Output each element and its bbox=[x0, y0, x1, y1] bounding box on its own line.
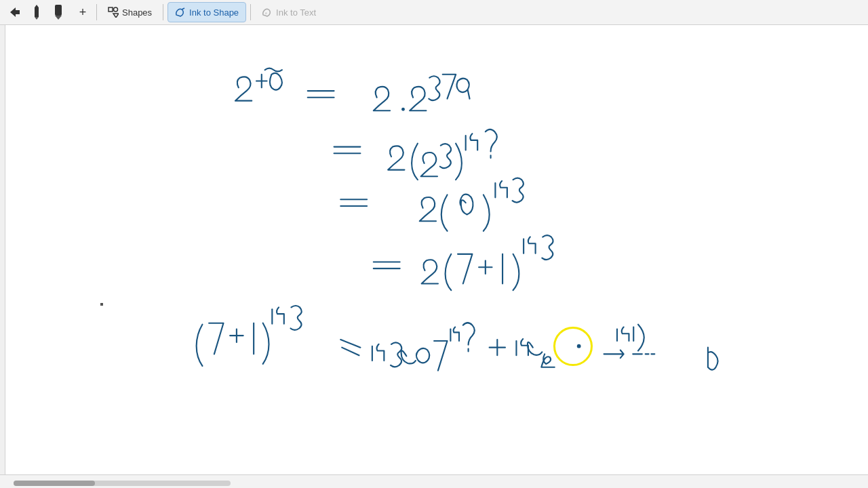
svg-marker-2 bbox=[35, 17, 39, 20]
ink-to-text-button[interactable]: a Ink to Text bbox=[255, 2, 323, 22]
math-content: .math { fill: none; stroke: #1a5580; str… bbox=[5, 25, 868, 474]
svg-point-6 bbox=[114, 7, 118, 12]
svg-marker-4 bbox=[55, 16, 62, 20]
ink-to-shape-icon bbox=[175, 7, 186, 18]
svg-marker-1 bbox=[35, 5, 39, 17]
svg-point-10 bbox=[577, 344, 581, 348]
back-icon[interactable] bbox=[5, 3, 24, 22]
divider-1 bbox=[96, 4, 97, 20]
bottom-scrollbar-bar bbox=[0, 474, 868, 488]
canvas-area[interactable]: .math { fill: none; stroke: #1a5580; str… bbox=[5, 25, 868, 474]
shapes-icon bbox=[108, 7, 119, 18]
svg-rect-5 bbox=[108, 7, 113, 12]
toolbar: + Shapes Ink to Shape a Ink to Text bbox=[0, 0, 868, 25]
svg-marker-0 bbox=[10, 7, 20, 17]
ink-to-shape-button[interactable]: Ink to Shape bbox=[167, 2, 246, 22]
svg-rect-3 bbox=[55, 5, 62, 16]
nav-icons bbox=[5, 3, 68, 22]
pen-thin-icon[interactable] bbox=[27, 3, 46, 22]
left-sidebar-strip bbox=[0, 25, 5, 474]
scrollbar-track[interactable] bbox=[14, 481, 231, 486]
scrollbar-thumb[interactable] bbox=[14, 481, 95, 486]
svg-text:a: a bbox=[265, 11, 267, 15]
add-icon[interactable]: + bbox=[73, 3, 92, 22]
pen-thick-icon[interactable] bbox=[49, 3, 68, 22]
margin-dot bbox=[100, 303, 103, 306]
svg-marker-7 bbox=[113, 14, 119, 18]
svg-point-9 bbox=[401, 108, 405, 111]
shapes-button[interactable]: Shapes bbox=[101, 2, 159, 22]
divider-3 bbox=[250, 4, 251, 20]
ink-to-text-icon: a bbox=[262, 7, 273, 18]
divider-2 bbox=[163, 4, 163, 20]
